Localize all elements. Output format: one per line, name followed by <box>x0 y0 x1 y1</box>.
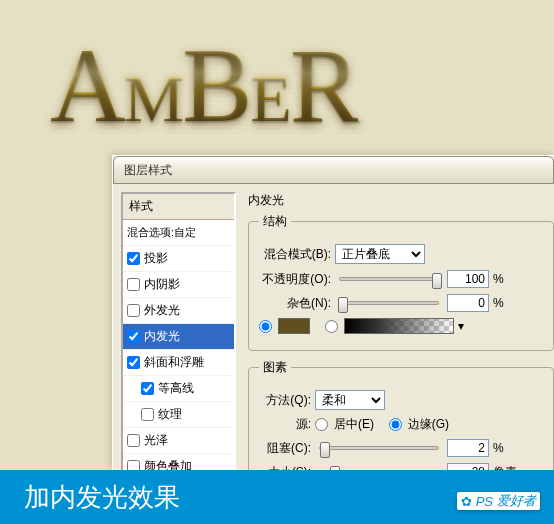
blend-mode-select[interactable]: 正片叠底 <box>335 244 425 264</box>
gradient-preview[interactable] <box>344 318 454 334</box>
source-edge-label: 边缘(G) <box>408 416 449 433</box>
gradient-dropdown-icon[interactable]: ▾ <box>458 319 464 333</box>
dialog-title: 图层样式 <box>124 162 172 179</box>
style-inner-shadow[interactable]: 内阴影 <box>123 272 234 298</box>
checkbox-inner-glow[interactable] <box>127 330 140 343</box>
noise-input[interactable] <box>447 294 489 312</box>
opacity-label: 不透明度(O): <box>259 271 331 288</box>
checkbox-contour[interactable] <box>141 382 154 395</box>
blend-options-row[interactable]: 混合选项:自定 <box>123 220 234 246</box>
panel-title: 内发光 <box>248 192 554 209</box>
dialog-titlebar[interactable]: 图层样式 <box>113 156 554 184</box>
elements-legend: 图素 <box>259 359 291 376</box>
opacity-input[interactable] <box>447 270 489 288</box>
caption-text: 加内发光效果 <box>24 480 180 515</box>
checkbox-drop-shadow[interactable] <box>127 252 140 265</box>
choke-label: 阻塞(C): <box>259 440 311 457</box>
style-texture[interactable]: 纹理 <box>123 402 234 428</box>
source-label: 源: <box>259 416 311 433</box>
choke-slider[interactable] <box>319 446 439 450</box>
source-center-label: 居中(E) <box>334 416 374 433</box>
layer-style-dialog: 图层样式 样式 混合选项:自定 投影 内阴影 外发光 内发光 斜面和浮雕 等高线… <box>112 155 554 470</box>
choke-unit: % <box>493 441 504 455</box>
source-center-radio[interactable] <box>315 418 328 431</box>
styles-header: 样式 <box>123 194 234 220</box>
technique-select[interactable]: 柔和 <box>315 390 385 410</box>
choke-input[interactable] <box>447 439 489 457</box>
style-inner-glow[interactable]: 内发光 <box>123 324 234 350</box>
style-outer-glow[interactable]: 外发光 <box>123 298 234 324</box>
style-drop-shadow[interactable]: 投影 <box>123 246 234 272</box>
checkbox-inner-shadow[interactable] <box>127 278 140 291</box>
noise-label: 杂色(N): <box>259 295 331 312</box>
color-radio-solid[interactable] <box>259 320 272 333</box>
style-satin[interactable]: 光泽 <box>123 428 234 454</box>
structure-fieldset: 结构 混合模式(B): 正片叠底 不透明度(O): % 杂色(N): % <box>248 213 554 351</box>
source-edge-radio[interactable] <box>389 418 402 431</box>
color-radio-gradient[interactable] <box>325 320 338 333</box>
structure-legend: 结构 <box>259 213 291 230</box>
amber-title-text: AMBER <box>50 25 358 146</box>
caption-bar: 加内发光效果 PS爱好者 <box>0 470 554 524</box>
technique-label: 方法(Q): <box>259 392 311 409</box>
noise-slider[interactable] <box>339 301 439 305</box>
checkbox-outer-glow[interactable] <box>127 304 140 317</box>
checkbox-bevel[interactable] <box>127 356 140 369</box>
blend-mode-label: 混合模式(B): <box>259 246 331 263</box>
style-bevel-emboss[interactable]: 斜面和浮雕 <box>123 350 234 376</box>
style-contour[interactable]: 等高线 <box>123 376 234 402</box>
glow-color-swatch[interactable] <box>278 318 310 334</box>
watermark-logo: PS爱好者 <box>457 492 540 510</box>
opacity-unit: % <box>493 272 504 286</box>
opacity-slider[interactable] <box>339 277 439 281</box>
checkbox-texture[interactable] <box>141 408 154 421</box>
checkbox-satin[interactable] <box>127 434 140 447</box>
noise-unit: % <box>493 296 504 310</box>
